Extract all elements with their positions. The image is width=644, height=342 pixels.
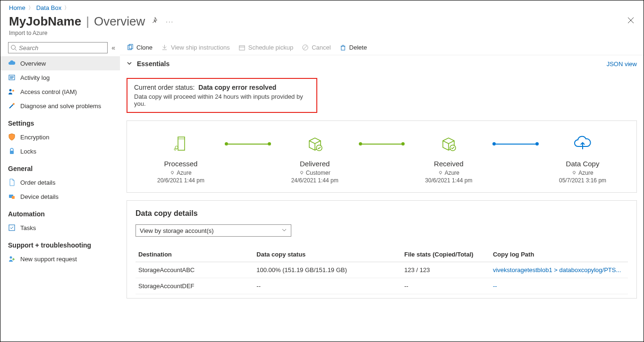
cell-stats: 123 / 123 bbox=[401, 262, 490, 278]
svg-point-6 bbox=[9, 89, 12, 92]
schedule-pickup-button[interactable]: Schedule pickup bbox=[238, 44, 293, 51]
main-panel: Clone View ship instructions Schedule pi… bbox=[120, 40, 644, 342]
svg-rect-15 bbox=[13, 258, 14, 260]
tasks-icon bbox=[8, 224, 16, 231]
breadcrumb-databox[interactable]: Data Box bbox=[36, 4, 61, 11]
cell-destination: StorageAccountDEF bbox=[136, 278, 254, 294]
sidebar-item-label: Activity log bbox=[20, 74, 50, 81]
svg-line-1 bbox=[15, 49, 17, 51]
page-title: Overview bbox=[94, 14, 145, 29]
status-label: Current order status: bbox=[134, 84, 195, 91]
step-label: Data Copy bbox=[566, 160, 600, 168]
sidebar-item-support-request[interactable]: New support request bbox=[0, 252, 120, 266]
svg-rect-11 bbox=[12, 196, 15, 199]
essentials-header: Essentials JSON view bbox=[120, 55, 644, 72]
status-message: Data copy will proceed within 24 hours w… bbox=[134, 93, 310, 107]
svg-point-29 bbox=[174, 148, 176, 150]
delete-button[interactable]: Delete bbox=[339, 44, 367, 51]
sidebar-item-label: Encryption bbox=[20, 134, 49, 141]
sidebar-item-overview[interactable]: Overview bbox=[0, 56, 120, 70]
sidebar-item-label: Device details bbox=[20, 193, 59, 200]
col-destination: Destination bbox=[136, 247, 254, 262]
view-by-select[interactable]: View by storage account(s) bbox=[136, 224, 291, 237]
section-support: Support + troubleshooting bbox=[0, 235, 120, 252]
search-input[interactable] bbox=[8, 42, 108, 53]
server-icon bbox=[172, 135, 189, 152]
step-date: 20/6/2021 1:44 pm bbox=[157, 177, 204, 184]
svg-point-0 bbox=[11, 45, 16, 50]
sidebar-item-order-details[interactable]: Order details bbox=[0, 175, 120, 189]
step-date: 24/6/2021 1:44 pm bbox=[291, 177, 339, 184]
sidebar-item-label: Overview bbox=[20, 60, 46, 67]
step-label: Processed bbox=[164, 160, 198, 168]
status-callout: Current order status: Data copy error re… bbox=[127, 78, 317, 113]
sidebar-item-device-details[interactable]: Device details bbox=[0, 189, 120, 204]
title-divider: | bbox=[86, 14, 89, 29]
sidebar-item-label: Diagnose and solve problems bbox=[20, 103, 101, 110]
json-view-link[interactable]: JSON view bbox=[607, 60, 637, 68]
cloud-icon bbox=[8, 60, 16, 67]
data-copy-details: Data copy details View by storage accoun… bbox=[127, 200, 637, 299]
svg-point-13 bbox=[10, 256, 12, 259]
svg-rect-19 bbox=[239, 46, 245, 50]
sidebar-item-access-control[interactable]: Access control (IAM) bbox=[0, 85, 120, 99]
svg-point-32 bbox=[300, 171, 303, 174]
tools-icon bbox=[8, 102, 16, 110]
sidebar-item-locks[interactable]: Locks bbox=[0, 144, 120, 158]
step-location: Customer bbox=[306, 170, 330, 176]
more-icon[interactable]: ··· bbox=[166, 18, 174, 25]
search-field[interactable] bbox=[19, 44, 107, 51]
section-automation: Automation bbox=[0, 204, 120, 221]
cell-log-link[interactable]: -- bbox=[490, 278, 628, 294]
box-check-icon bbox=[440, 135, 457, 152]
sidebar-item-diagnose[interactable]: Diagnose and solve problems bbox=[0, 99, 120, 113]
toolbar: Clone View ship instructions Schedule pi… bbox=[120, 40, 644, 55]
svg-rect-23 bbox=[341, 46, 345, 50]
clone-button[interactable]: Clone bbox=[127, 44, 153, 51]
progress-tracker: Processed Azure 20/6/2021 1:44 pm Delive… bbox=[127, 120, 637, 193]
cancel-button[interactable]: Cancel bbox=[302, 44, 330, 51]
status-value: Data copy error resolved bbox=[198, 84, 276, 91]
sidebar-item-tasks[interactable]: Tasks bbox=[0, 221, 120, 235]
details-title: Data copy details bbox=[136, 209, 628, 218]
table-row: StorageAccountABC 100.00% (151.19 GB/151… bbox=[136, 262, 628, 278]
step-delivered: Delivered Customer 24/6/2021 1:44 pm bbox=[268, 135, 362, 184]
view-ship-button[interactable]: View ship instructions bbox=[161, 44, 230, 51]
progress-connector bbox=[362, 144, 402, 145]
cell-destination: StorageAccountABC bbox=[136, 262, 254, 278]
cell-log-link[interactable]: vivekstoragetestblob1 > databoxcopylog/P… bbox=[490, 262, 628, 278]
chevron-down-icon bbox=[281, 227, 287, 234]
cell-stats: -- bbox=[401, 278, 490, 294]
activity-log-icon bbox=[8, 74, 16, 81]
sidebar-item-label: Locks bbox=[20, 148, 36, 155]
progress-connector bbox=[496, 144, 535, 145]
breadcrumb-home[interactable]: Home bbox=[9, 4, 25, 11]
pin-icon[interactable] bbox=[152, 17, 159, 26]
svg-line-22 bbox=[304, 46, 307, 50]
cell-status: -- bbox=[254, 278, 401, 294]
chevron-right-icon: 〉 bbox=[64, 4, 69, 11]
shield-icon bbox=[8, 133, 16, 141]
collapse-sidebar-icon[interactable]: « bbox=[111, 44, 115, 51]
step-location: Azure bbox=[578, 170, 593, 176]
close-icon[interactable] bbox=[627, 16, 635, 27]
svg-rect-12 bbox=[9, 225, 15, 231]
chevron-down-icon[interactable] bbox=[127, 60, 132, 68]
lock-icon bbox=[8, 147, 16, 155]
sidebar-item-label: Tasks bbox=[20, 224, 36, 231]
device-icon bbox=[8, 193, 16, 200]
people-icon bbox=[8, 88, 16, 95]
chevron-right-icon: 〉 bbox=[28, 4, 34, 11]
toolbar-label: Delete bbox=[349, 44, 367, 51]
col-log: Copy log Path bbox=[490, 247, 628, 262]
step-data-copy: Data Copy Azure 05/7/2021 3:16 pm bbox=[535, 135, 630, 184]
sidebar-item-encryption[interactable]: Encryption bbox=[0, 130, 120, 144]
sidebar-item-activity-log[interactable]: Activity log bbox=[0, 70, 120, 85]
copy-details-table: Destination Data copy status File stats … bbox=[136, 247, 628, 294]
toolbar-label: Cancel bbox=[312, 44, 330, 51]
step-date: 05/7/2021 3:16 pm bbox=[559, 177, 606, 184]
table-row: StorageAccountDEF -- -- -- bbox=[136, 278, 628, 294]
cloud-upload-icon bbox=[573, 135, 592, 152]
toolbar-label: View ship instructions bbox=[171, 44, 230, 51]
breadcrumb: Home 〉 Data Box 〉 bbox=[0, 0, 644, 11]
